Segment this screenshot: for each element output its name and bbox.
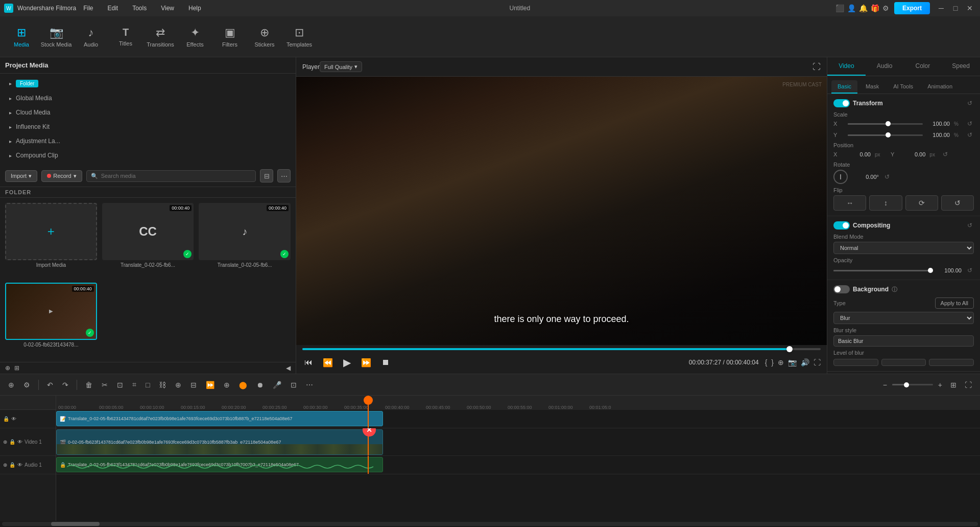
more-timeline-btn[interactable]: ⋯ [303,379,316,391]
menu-help[interactable]: Help [185,3,204,14]
record-button[interactable]: Record ▾ [41,170,82,182]
background-toggle[interactable] [833,285,850,293]
import-media-thumb[interactable]: + [5,203,97,260]
transform-toggle[interactable] [833,99,850,107]
nav-influence-kit[interactable]: ▸ Influence Kit [5,120,291,133]
toolbar-media[interactable]: ⊞ Media [5,19,38,55]
scrollbar-thumb[interactable] [51,522,100,526]
opacity-slider[interactable] [833,270,930,271]
progress-handle[interactable] [786,346,793,352]
speed-btn[interactable]: ⏩ [203,379,218,391]
stop-button[interactable]: ⏹ [379,356,392,369]
toolbar-templates[interactable]: ⊡ Templates [283,19,316,55]
link-btn[interactable]: ⛓ [156,379,169,391]
compositing-reset[interactable]: ↺ [966,221,974,230]
timeline-settings-btn[interactable]: ⚙ [20,379,33,391]
lock-audio-btn[interactable]: 🔒 [9,462,15,468]
stabilize-btn[interactable]: ⊕ [221,379,233,391]
sub-tab-mask[interactable]: Mask [859,80,885,94]
add-marker-btn[interactable]: ⬤ [236,379,250,391]
zoom-handle[interactable] [904,382,909,387]
tab-color[interactable]: Color [904,57,942,76]
play-button[interactable]: ▶ [341,354,353,371]
search-input[interactable] [101,173,251,179]
blur-level-1[interactable] [833,359,878,366]
media-item-music[interactable]: 00:00:40 ♪ ✓ Translate_0-02-05-fb6... [199,203,291,278]
filter-button[interactable]: ⊟ [260,169,273,182]
nav-cloud-media[interactable]: ▸ Cloud Media [5,106,291,119]
snapshot-button[interactable]: 📷 [788,358,797,366]
zoom-slider[interactable] [892,384,933,385]
insert-button[interactable]: ⊕ [778,358,784,366]
apply-to-all-button[interactable]: Apply to All [935,297,974,309]
hide-subtitle-btn[interactable]: 👁 [11,416,16,422]
blur-level-3[interactable] [929,359,974,366]
position-reset[interactable]: ↺ [941,150,949,158]
expand-timeline-btn[interactable]: ⛶ [962,379,975,391]
collapse-panel-btn[interactable]: ◀ [286,364,291,372]
media-item-import[interactable]: + Import Media [5,203,97,278]
lock-subtitle-btn[interactable]: 🔒 [3,416,9,422]
media-item-cc[interactable]: 00:00:40 CC ✓ Translate_0-02-05-fb6... [102,203,194,278]
flip-v-button[interactable]: ↕ [869,195,902,211]
step-back-button[interactable]: ⏪ [321,356,335,370]
toolbar-stickers[interactable]: ⊕ Stickers [248,19,281,55]
scale-x-reset[interactable]: ↺ [966,120,974,128]
toolbar-effects[interactable]: ✦ Effects [179,19,211,55]
zoom-out-btn[interactable]: − [880,379,890,391]
record-timeline-btn[interactable]: ⏺ [253,379,267,391]
grid-view-btn[interactable]: ⊞ [14,364,19,372]
search-bar[interactable]: 🔍 [86,170,256,182]
undo-btn[interactable]: ↶ [44,379,56,391]
toolbar-filters[interactable]: ▣ Filters [213,19,246,55]
close-button[interactable]: ✕ [964,2,976,14]
minimize-button[interactable]: ─ [935,2,947,14]
more-button[interactable]: ⋯ [277,169,291,182]
zoom-in-btn[interactable]: + [935,379,945,391]
toolbar-audio[interactable]: ♪ Audio [75,19,107,55]
menu-file[interactable]: File [80,3,96,14]
rotate-reset[interactable]: ↺ [883,173,891,181]
sub-tab-animation[interactable]: Animation [921,80,959,94]
nav-folder[interactable]: ▸ Folder [5,77,291,90]
toolbar-titles[interactable]: T Titles [109,19,142,55]
menu-tools[interactable]: Tools [129,3,150,14]
background-info-icon[interactable]: ⓘ [892,286,897,293]
transform-reset[interactable]: ↺ [966,99,974,107]
ungroup-btn[interactable]: ⊟ [187,379,200,391]
toolbar-transitions[interactable]: ⇄ Transitions [144,19,177,55]
add-video-btn[interactable]: ⊕ [3,439,7,445]
scale-x-slider[interactable] [848,123,923,125]
sub-tab-basic[interactable]: Basic [831,80,857,94]
scale-y-reset[interactable]: ↺ [966,131,974,139]
tab-speed[interactable]: Speed [942,57,980,76]
grid-timeline-btn[interactable]: ⊞ [947,379,960,391]
nav-global-media[interactable]: ▸ Global Media [5,91,291,105]
crop-btn[interactable]: □ [142,379,153,391]
audio-clip[interactable]: 🔒 Translate_0-02-05-fb623f1434781cd6af7e… [56,457,383,472]
fullscreen-button[interactable]: ⛶ [812,62,821,72]
add-track-btn[interactable]: ⊕ [5,379,17,391]
flip-reset-btn[interactable]: ⟳ [905,195,938,211]
hide-video-btn[interactable]: 👁 [17,439,22,445]
scale-x-handle[interactable] [886,121,891,126]
nav-compound-clip[interactable]: ▸ Compound Clip [5,149,291,162]
progress-bar[interactable] [302,348,821,350]
sub-tab-ai-tools[interactable]: AI Tools [887,80,919,94]
rotate-dial[interactable] [833,170,848,184]
toolbar-stock-media[interactable]: 📷 Stock Media [40,19,73,55]
cut-btn[interactable]: ✂ [99,379,111,391]
split-btn[interactable]: ⊡ [114,379,126,391]
subtitle-clip[interactable]: 📝 Translate_0-02-05-fb6231434781cd6af7e0… [56,411,383,426]
export-button[interactable]: Export [894,2,930,14]
lock-video-btn[interactable]: 🔒 [9,439,15,445]
quality-select[interactable]: Full Quality ▾ [320,61,362,72]
video-clip[interactable]: 🎬 0-02-05-fb623f143781cd6af7e023fb0b98e1… [56,429,383,455]
add-audio-btn[interactable]: ⊕ [3,462,7,468]
volume-button[interactable]: 🔊 [801,358,809,366]
scale-y-handle[interactable] [886,132,891,138]
delete-btn[interactable]: 🗑 [82,379,95,391]
trim-btn[interactable]: ⌗ [129,378,139,391]
voice-btn[interactable]: 🎤 [270,379,284,391]
menu-view[interactable]: View [158,3,177,14]
